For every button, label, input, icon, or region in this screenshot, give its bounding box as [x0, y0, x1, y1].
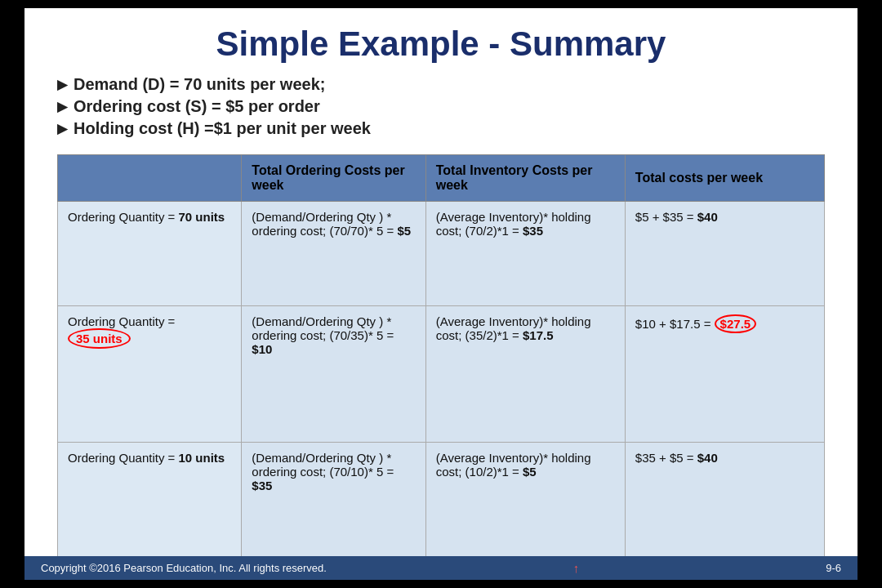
table-row-0-label: Ordering Quantity = 70 units [58, 202, 242, 306]
bullet-arrow-2: ▶ [57, 99, 67, 114]
bullet-arrow-1: ▶ [57, 77, 67, 92]
col-header-3: Total costs per week [625, 155, 824, 202]
footer-center: ↑ [573, 561, 580, 575]
bullet-text-2: Ordering cost (S) = $5 per order [74, 97, 320, 116]
col-header-2: Total Inventory Costs per week [425, 155, 625, 202]
table-row-1-label: Ordering Quantity = 35 units [58, 305, 242, 443]
slide-title: Simple Example - Summary [57, 24, 825, 64]
table-row-1-col3: (Average Inventory)* holding cost; (35/2… [425, 305, 625, 443]
bullet-text-1: Demand (D) = 70 units per week; [74, 75, 325, 94]
bullet-item-1: ▶ Demand (D) = 70 units per week; [57, 75, 825, 94]
col-header-0 [58, 155, 242, 202]
table-row-0-col2: (Demand/Ordering Qty ) * ordering cost; … [242, 202, 425, 306]
bullet-arrow-3: ▶ [57, 121, 67, 136]
col-header-1: Total Ordering Costs per week [242, 155, 425, 202]
bullet-item-2: ▶ Ordering cost (S) = $5 per order [57, 97, 825, 116]
table-row-0-col4: $5 + $35 = $40 [625, 202, 824, 306]
footer-page: 9-6 [826, 562, 841, 574]
table-row-1-col2: (Demand/Ordering Qty ) * ordering cost; … [242, 305, 425, 443]
footer-copyright: Copyright ©2016 Pearson Education, Inc. … [41, 562, 327, 574]
slide: Simple Example - Summary ▶ Demand (D) = … [24, 8, 858, 580]
summary-table: Total Ordering Costs per week Total Inve… [57, 154, 825, 580]
footer: Copyright ©2016 Pearson Education, Inc. … [24, 556, 858, 580]
bullet-list: ▶ Demand (D) = 70 units per week; ▶ Orde… [57, 75, 825, 141]
bullet-text-3: Holding cost (H) =$1 per unit per week [74, 119, 371, 138]
table-row-1-col4: $10 + $17.5 = $27.5 [625, 305, 824, 443]
table-row-0-col3: (Average Inventory)* holding cost; (70/2… [425, 202, 625, 306]
bullet-item-3: ▶ Holding cost (H) =$1 per unit per week [57, 119, 825, 138]
